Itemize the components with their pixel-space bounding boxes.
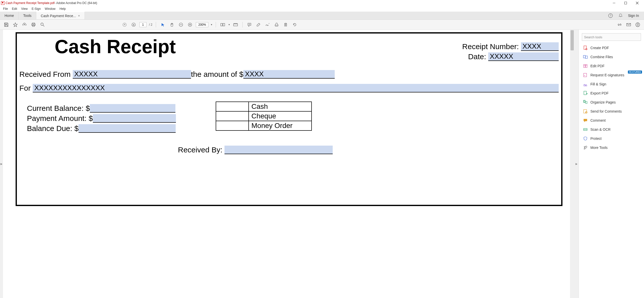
receipt-number-field[interactable]: XXXX: [521, 42, 559, 51]
received-from-row: Received From XXXXX the amount of $ XXXX: [19, 70, 559, 79]
svg-line-10: [43, 25, 44, 26]
date-row: Date: XXXXX: [468, 52, 559, 61]
help-icon[interactable]: ?: [608, 13, 613, 18]
balance-due-field[interactable]: [79, 124, 176, 133]
tool-label: Send for Comments: [590, 109, 622, 113]
tab-strip: Home Tools Cash Payment Rece... × ? Sign…: [0, 12, 644, 20]
sign-initial-icon[interactable]: [264, 21, 271, 28]
page-up-icon[interactable]: [121, 21, 128, 28]
svg-rect-37: [584, 73, 587, 77]
sign-in-link[interactable]: Sign In: [628, 14, 639, 18]
link-share-icon[interactable]: [616, 21, 623, 28]
star-icon[interactable]: [12, 21, 19, 28]
cloud-upload-icon[interactable]: [21, 21, 28, 28]
date-value: XXXXX: [490, 52, 513, 60]
date-field[interactable]: XXXXX: [488, 52, 559, 61]
menu-file[interactable]: File: [1, 7, 10, 11]
table-row: Money Order: [216, 121, 312, 130]
page-display-icon[interactable]: [232, 21, 239, 28]
tool-label: Protect: [590, 137, 601, 141]
for-row: For XXXXXXXXXXXXXXX: [19, 84, 559, 92]
tab-tools[interactable]: Tools: [19, 12, 36, 19]
svg-rect-1: [625, 2, 627, 4]
tab-home[interactable]: Home: [0, 12, 19, 19]
right-panel-toggle[interactable]: ▶: [574, 30, 579, 298]
save-icon[interactable]: [3, 21, 10, 28]
title-bar: Cash Payment Receipt Template.pdf - Adob…: [0, 0, 644, 6]
money-order-label: Money Order: [249, 121, 312, 130]
maximize-button[interactable]: [620, 0, 631, 6]
print-icon[interactable]: [30, 21, 37, 28]
svg-rect-8: [32, 25, 34, 26]
tool-edit-pdf[interactable]: Edit PDF: [579, 61, 644, 71]
tool-label: Export PDF: [590, 91, 609, 95]
received-from-field[interactable]: XXXXX: [73, 70, 191, 79]
chevron-right-icon: ▶: [576, 162, 578, 165]
received-by-row: Received By:: [178, 146, 333, 154]
tool-more-tools[interactable]: More Tools: [579, 143, 644, 152]
tool-request-signatures[interactable]: Request E-signatures FEATURED: [579, 71, 644, 80]
tool-export-pdf[interactable]: Export PDF: [579, 89, 644, 98]
menu-view[interactable]: View: [19, 7, 30, 11]
toolbar-separator: [156, 22, 156, 27]
highlight-icon[interactable]: [255, 21, 262, 28]
rotate-icon[interactable]: [291, 21, 298, 28]
zoom-chevron-icon[interactable]: ▾: [211, 23, 212, 26]
payment-amount-field[interactable]: [93, 114, 176, 123]
delete-icon[interactable]: [282, 21, 289, 28]
receipt-border: Cash Receipt Receipt Number: XXXX Date: …: [16, 32, 562, 206]
hand-icon[interactable]: [169, 21, 175, 28]
cheque-checkbox-cell[interactable]: [216, 111, 249, 121]
close-button[interactable]: [631, 0, 643, 6]
email-icon[interactable]: [625, 21, 632, 28]
bell-icon[interactable]: [618, 13, 623, 18]
minimize-button[interactable]: [608, 0, 620, 6]
zoom-level-dropdown[interactable]: 200%: [196, 22, 208, 27]
tool-send-comments[interactable]: Send for Comments: [579, 107, 644, 116]
stamp-icon[interactable]: [273, 21, 280, 28]
tool-organize-pages[interactable]: Organize Pages: [579, 98, 644, 107]
search-tools-input[interactable]: Search tools: [582, 33, 641, 41]
amount-field[interactable]: XXXX: [243, 70, 335, 79]
menu-esign[interactable]: E-Sign: [30, 7, 43, 11]
balance-due-label: Balance Due: $: [27, 124, 79, 133]
request-signatures-icon: [583, 73, 588, 78]
scrollbar-thumb[interactable]: [571, 30, 574, 50]
for-field[interactable]: XXXXXXXXXXXXXXX: [33, 84, 559, 92]
document-viewport[interactable]: Cash Receipt Receipt Number: XXXX Date: …: [3, 30, 570, 298]
for-label: For: [19, 84, 31, 92]
menu-window[interactable]: Window: [43, 7, 58, 11]
svg-rect-34: [586, 64, 587, 68]
sticky-note-icon[interactable]: [246, 21, 253, 28]
select-arrow-icon[interactable]: [160, 21, 166, 28]
left-panel-toggle[interactable]: ▶: [0, 30, 3, 298]
page-down-icon[interactable]: [130, 21, 137, 28]
menu-help[interactable]: Help: [58, 7, 68, 11]
fit-width-icon[interactable]: [219, 21, 226, 28]
current-balance-field[interactable]: [90, 104, 175, 113]
tool-scan-ocr[interactable]: Scan & OCR: [579, 125, 644, 134]
tool-protect[interactable]: Protect: [579, 134, 644, 143]
tool-create-pdf[interactable]: Create PDF: [579, 43, 644, 52]
svg-rect-18: [221, 23, 222, 26]
cash-checkbox-cell[interactable]: [216, 102, 249, 111]
protect-icon: [583, 136, 588, 141]
tool-fill-sign[interactable]: Fill & Sign: [579, 80, 644, 89]
page-number-input[interactable]: [139, 22, 146, 27]
menu-edit[interactable]: Edit: [10, 7, 19, 11]
tool-comment[interactable]: Comment: [579, 116, 644, 125]
account-icon[interactable]: [634, 21, 641, 28]
fit-chevron-icon[interactable]: ▾: [229, 23, 230, 26]
tool-combine-files[interactable]: Combine Files: [579, 52, 644, 61]
find-icon[interactable]: [39, 21, 46, 28]
tab-document[interactable]: Cash Payment Rece... ×: [36, 12, 85, 19]
zoom-out-icon[interactable]: [178, 21, 184, 28]
received-by-field[interactable]: [224, 146, 333, 154]
zoom-in-icon[interactable]: [187, 21, 193, 28]
svg-rect-41: [586, 102, 587, 104]
payment-type-table: Cash Cheque Money Order: [216, 102, 312, 131]
tab-close-icon[interactable]: ×: [78, 14, 80, 18]
vertical-scrollbar[interactable]: [570, 30, 574, 298]
receipt-title: Cash Receipt: [55, 36, 176, 57]
money-order-checkbox-cell[interactable]: [216, 121, 249, 130]
